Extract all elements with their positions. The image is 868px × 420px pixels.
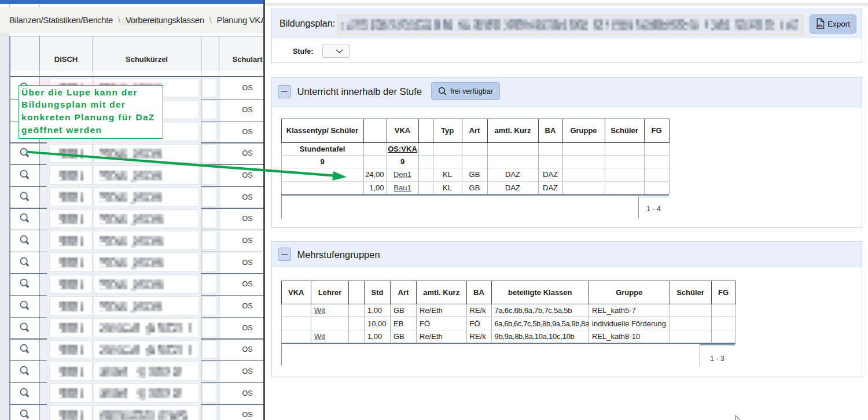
svg-text:xls: xls bbox=[817, 24, 823, 28]
